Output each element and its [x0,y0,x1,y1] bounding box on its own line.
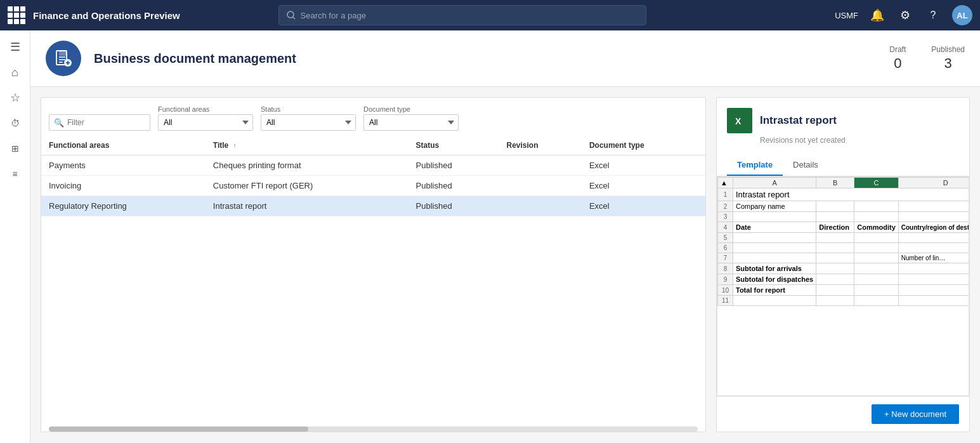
published-stat: Published 3 [931,45,965,72]
excel-row: 6 [718,243,970,253]
top-navigation: Finance and Operations Preview USMF 🔔 ⚙ … [0,0,980,30]
excel-row: 3 [718,212,970,222]
sidebar-favorites-btn[interactable]: ☆ [4,86,27,109]
status-select[interactable]: All [261,114,356,131]
excel-row: 2 Company name [718,201,970,212]
svg-rect-3 [59,51,67,56]
cell-status: Published [408,176,499,196]
excel-row: 7 Number of lin… [718,253,970,263]
horizontal-scrollbar-area [41,421,705,432]
cell-functional-area: Payments [41,155,206,176]
draft-stat: Draft 0 [889,45,906,72]
cell-revision [499,196,582,216]
scrollbar-thumb [49,426,308,432]
cell-title: Cheques printing format [206,155,408,176]
excel-row: 9 Subtotal for dispatches [718,274,970,285]
col-functional-areas[interactable]: Functional areas [41,136,206,155]
status-filter: Status All [261,105,356,131]
user-avatar[interactable]: AL [952,5,972,25]
cell-4a: Date [733,222,816,233]
excel-row: 4 Date Direction Commodity Country/regio… [718,222,970,233]
document-type-label: Document type [363,105,459,113]
detail-header: X Intrastat report Revisions not yet cre… [717,98,969,150]
nav-right: USMF 🔔 ⚙ ? AL [835,5,972,25]
svg-text:X: X [735,116,742,126]
filter-input[interactable] [49,114,150,131]
excel-grid: ▲ A B C D 1 Intrastat report [717,177,969,306]
cell-10a: Total for report [733,285,816,296]
col-document-type[interactable]: Document type [582,136,705,155]
svg-point-0 [287,11,294,18]
col-b: B [816,178,854,188]
cell-title: Customer FTI report (GER) [206,176,408,196]
cell-revision [499,176,582,196]
cell-functional-area: Invoicing [41,176,206,196]
document-type-select[interactable]: All [363,114,459,131]
main-layout: ☰ ⌂ ☆ ⏱ ⊞ ≡ Business document man [0,30,980,443]
help-icon[interactable]: ? [924,6,942,24]
col-revision[interactable]: Revision [499,136,582,155]
main-content: Business document management Draft 0 Pub… [30,30,980,443]
grid-menu-icon[interactable] [8,6,25,24]
table-row[interactable]: Regulatory Reporting Intrastat report Pu… [41,196,705,216]
cell-9a: Subtotal for dispatches [733,274,816,285]
page-header: Business document management Draft 0 Pub… [30,30,980,87]
notification-icon[interactable]: 🔔 [868,6,886,24]
documents-table: Functional areas Title ↑ Status Revision… [41,136,705,216]
search-bar[interactable] [278,5,646,25]
excel-row: 11 [718,296,970,306]
new-document-button[interactable]: + New document [872,404,959,424]
search-icon [287,11,296,20]
draft-value: 0 [889,55,906,72]
cell-document-type: Excel [582,176,705,196]
excel-row: 10 Total for report [718,285,970,296]
excel-row: 1 Intrastat report [718,188,970,201]
svg-line-1 [293,17,295,19]
settings-icon[interactable]: ⚙ [896,6,914,24]
detail-panel: X Intrastat report Revisions not yet cre… [716,97,970,432]
horizontal-scrollbar[interactable] [49,426,698,432]
table-row[interactable]: Invoicing Customer FTI report (GER) Publ… [41,176,705,196]
document-type-filter: Document type All [363,105,459,131]
cell-functional-area: Regulatory Reporting [41,196,206,216]
cell-document-type: Excel [582,155,705,176]
col-status[interactable]: Status [408,136,499,155]
functional-areas-filter: Functional areas All [158,105,253,131]
cell-status: Published [408,155,499,176]
sidebar-recent-btn[interactable]: ⏱ [4,112,27,135]
draft-label: Draft [889,45,906,54]
filter-input-wrap: 🔍 [49,114,150,131]
col-a: A [733,178,816,188]
table-row[interactable]: Payments Cheques printing format Publish… [41,155,705,176]
tab-details[interactable]: Details [783,155,828,176]
table-panel: 🔍 Functional areas All Status All [41,97,706,432]
content-area: 🔍 Functional areas All Status All [30,87,980,442]
excel-icon: X [727,108,752,133]
table-scroll: Functional areas Title ↑ Status Revision… [41,136,705,421]
excel-row: 8 Subtotal for arrivals [718,263,970,274]
excel-preview: ▲ A B C D 1 Intrastat report [717,176,969,396]
excel-row: 5 [718,233,970,243]
sidebar-home-btn[interactable]: ⌂ [4,61,27,84]
search-input[interactable] [301,11,638,20]
sidebar-workspaces-btn[interactable]: ⊞ [4,137,27,160]
page-title: Business document management [94,51,296,66]
sidebar: ☰ ⌂ ☆ ⏱ ⊞ ≡ [0,30,30,443]
functional-areas-select[interactable]: All [158,114,253,131]
sidebar-menu-btn[interactable]: ☰ [4,36,27,58]
sidebar-modules-btn[interactable]: ≡ [4,162,27,185]
cell-4c: Commodity [854,222,899,233]
page-icon [46,41,81,76]
status-filter-label: Status [261,105,356,113]
col-title[interactable]: Title ↑ [206,136,408,155]
cell-status: Published [408,196,499,216]
cell-title: Intrastat report [206,196,408,216]
filter-row: 🔍 Functional areas All Status All [41,98,705,136]
filter-search-icon: 🔍 [54,118,64,128]
tab-template[interactable]: Template [727,155,783,176]
cell-7d: Number of lin… [898,253,969,263]
col-c: C [854,178,899,188]
company-label: USMF [835,11,858,20]
detail-footer: + New document [717,396,969,432]
col-d: D [898,178,969,188]
